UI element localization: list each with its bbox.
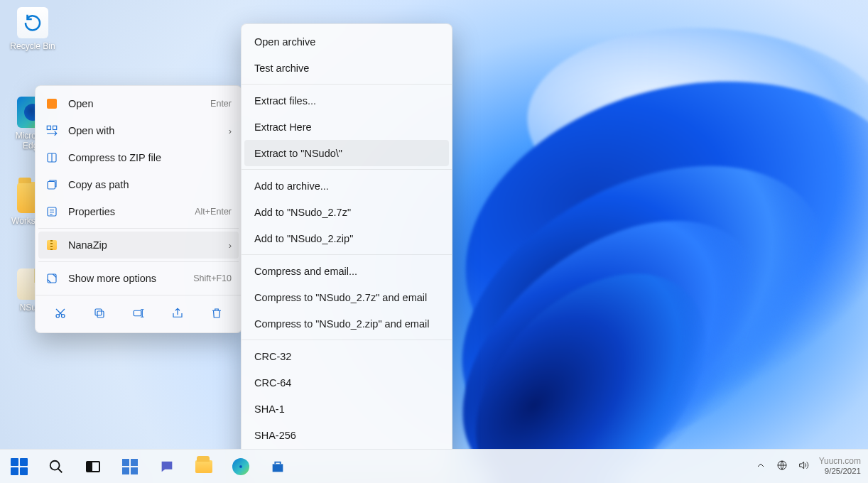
submenu-item-sha1[interactable]: SHA-1: [242, 396, 452, 422]
desktop[interactable]: Recycle Bin Microsoft Edge Workspace NSu…: [0, 0, 868, 483]
submenu-item-label: CRC-32: [254, 351, 291, 362]
submenu-item-extract-files[interactable]: Extract files...: [242, 87, 452, 114]
open-with-icon: [45, 124, 58, 137]
taskview-icon: [86, 461, 100, 472]
submenu-item-label: Extract Here: [254, 121, 312, 133]
submenu-item-compress-7z-email[interactable]: Compress to "NSudo_2.7z" and email: [242, 284, 452, 310]
menu-separator: [38, 261, 239, 262]
menu-item-label: Copy as path: [68, 179, 232, 190]
store-button[interactable]: [268, 457, 287, 476]
desktop-icon-recycle-bin[interactable]: Recycle Bin: [6, 7, 60, 51]
submenu-item-compress-email[interactable]: Compress and email...: [242, 258, 452, 284]
submenu-item-add-to-7z[interactable]: Add to "NSudo_2.7z": [242, 199, 452, 225]
share-button[interactable]: [166, 303, 190, 324]
zip-icon: [45, 151, 58, 164]
recycle-bin-icon: [17, 7, 48, 38]
chevron-right-icon: ›: [229, 240, 232, 251]
submenu-item-open-archive[interactable]: Open archive: [242, 28, 452, 55]
menu-separator: [242, 254, 452, 255]
menu-separator: [242, 169, 452, 170]
submenu-item-label: Compress and email...: [254, 266, 357, 277]
svg-rect-8: [97, 311, 104, 318]
svg-rect-9: [95, 309, 102, 315]
windows-logo-icon: [11, 458, 28, 475]
menu-shortcut: Alt+Enter: [195, 207, 232, 217]
taskview-button[interactable]: [84, 457, 102, 476]
taskbar-date: 9/25/2021: [819, 467, 861, 476]
widgets-icon: [122, 459, 138, 474]
edge-icon: [232, 458, 249, 475]
more-options-icon: [45, 272, 58, 285]
svg-rect-5: [48, 274, 56, 283]
rename-button[interactable]: [126, 303, 151, 324]
nanazip-submenu: Open archive Test archive Extract files.…: [241, 23, 452, 479]
submenu-item-compress-zip-email[interactable]: Compress to "NSudo_2.zip" and email: [242, 310, 452, 337]
menu-separator: [242, 84, 452, 85]
search-button[interactable]: [47, 457, 65, 476]
submenu-item-crc64[interactable]: CRC-64: [242, 369, 452, 396]
svg-point-11: [50, 460, 60, 470]
menu-item-open-with[interactable]: Open with ›: [36, 117, 242, 144]
watermark-text: Yuucn.com: [819, 457, 861, 467]
menu-item-label: Compress to ZIP file: [68, 152, 232, 163]
tray-overflow-button[interactable]: [755, 460, 766, 473]
submenu-item-extract-to[interactable]: Extract to "NSudo\": [244, 140, 449, 166]
taskbar: Yuucn.com 9/25/2021: [0, 449, 868, 483]
submenu-item-label: CRC-64: [254, 377, 291, 389]
desktop-icon-label: Recycle Bin: [10, 41, 55, 51]
submenu-item-extract-here[interactable]: Extract Here: [242, 114, 452, 140]
submenu-item-sha256[interactable]: SHA-256: [242, 422, 452, 448]
submenu-item-label: Extract files...: [254, 95, 316, 107]
menu-separator: [242, 340, 452, 340]
edge-button[interactable]: [232, 457, 250, 476]
taskbar-clock[interactable]: Yuucn.com 9/25/2021: [819, 457, 861, 476]
menu-item-copy-path[interactable]: Copy as path: [36, 171, 242, 198]
submenu-item-label: SHA-1: [254, 403, 285, 415]
svg-rect-10: [134, 310, 141, 316]
menu-item-properties[interactable]: Properties Alt+Enter: [36, 198, 242, 225]
submenu-item-add-to-archive[interactable]: Add to archive...: [242, 173, 452, 199]
submenu-item-label: Compress to "NSudo_2.zip" and email: [254, 318, 429, 330]
file-explorer-button[interactable]: [195, 457, 213, 476]
menu-item-label: Open: [68, 98, 200, 109]
svg-rect-3: [48, 182, 55, 190]
submenu-item-label: Add to "NSudo_2.zip": [254, 233, 353, 244]
menu-item-compress-zip[interactable]: Compress to ZIP file: [36, 144, 242, 171]
nanazip-icon: [45, 239, 58, 251]
submenu-item-label: Extract to "NSudo\": [254, 148, 342, 159]
submenu-item-label: SHA-256: [254, 430, 296, 441]
menu-item-label: Properties: [68, 206, 185, 217]
menu-shortcut: Shift+F10: [193, 273, 232, 283]
menu-item-label: NanaZip: [68, 239, 219, 251]
svg-rect-0: [47, 126, 50, 129]
context-menu: Open Enter Open with › Compress to ZIP f…: [35, 85, 242, 333]
menu-shortcut: Enter: [210, 99, 232, 109]
menu-item-show-more[interactable]: Show more options Shift+F10: [36, 265, 242, 292]
menu-item-open[interactable]: Open Enter: [36, 90, 242, 117]
menu-item-nanazip[interactable]: NanaZip ›: [38, 232, 239, 259]
widgets-button[interactable]: [121, 457, 139, 476]
submenu-item-label: Add to "NSudo_2.7z": [254, 207, 351, 218]
submenu-item-label: Open archive: [254, 36, 315, 48]
menu-item-label: Open with: [68, 125, 219, 136]
submenu-item-crc32[interactable]: CRC-32: [242, 343, 452, 369]
chevron-right-icon: ›: [229, 126, 232, 136]
start-button[interactable]: [10, 457, 28, 476]
folder-icon: [195, 460, 212, 473]
submenu-item-label: Compress to "NSudo_2.7z" and email: [254, 292, 427, 303]
delete-button[interactable]: [205, 303, 229, 324]
submenu-item-label: Test archive: [254, 63, 309, 74]
open-app-icon: [45, 97, 58, 110]
submenu-item-add-to-zip[interactable]: Add to "NSudo_2.zip": [242, 225, 452, 251]
volume-icon[interactable]: [798, 460, 809, 473]
copy-button[interactable]: [87, 303, 112, 324]
submenu-item-label: Add to archive...: [254, 180, 329, 192]
network-icon[interactable]: [776, 460, 788, 473]
cut-button[interactable]: [48, 303, 72, 324]
menu-separator: [38, 228, 239, 229]
svg-rect-1: [53, 126, 57, 129]
chat-button[interactable]: [158, 457, 176, 476]
context-menu-toolbar: [36, 295, 242, 328]
copy-path-icon: [45, 178, 58, 191]
submenu-item-test-archive[interactable]: Test archive: [242, 55, 452, 81]
